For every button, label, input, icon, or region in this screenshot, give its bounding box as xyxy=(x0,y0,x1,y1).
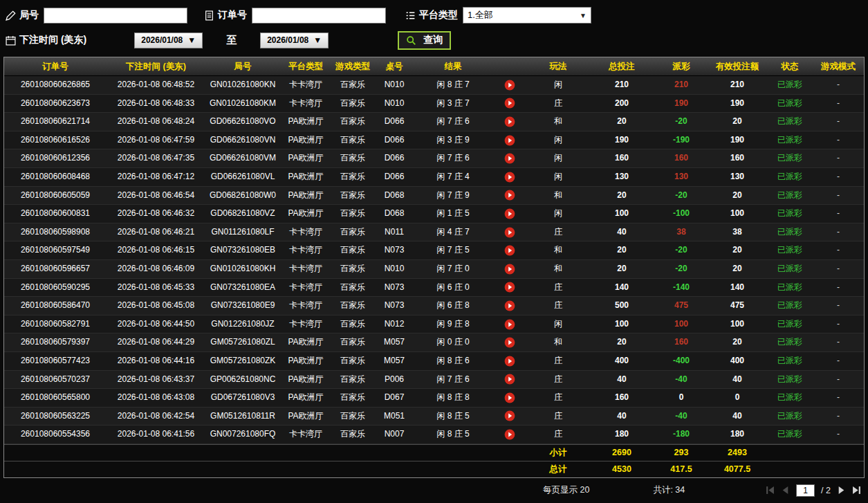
bet-time: 2026-01-08 06:44:16 xyxy=(107,352,205,371)
status-badge: 已派彩 xyxy=(767,205,813,223)
table-row: 260108060590295 2026-01-08 06:45:33 GN07… xyxy=(4,279,864,298)
table-row: 260108060612356 2026-01-08 06:47:35 GD06… xyxy=(4,149,864,168)
replay-button[interactable] xyxy=(504,319,515,330)
replay-cell xyxy=(492,333,528,352)
bet-time: 2026-01-08 06:48:52 xyxy=(107,76,205,95)
last-page-button[interactable] xyxy=(852,486,861,495)
replay-cell xyxy=(492,241,528,260)
next-page-button[interactable] xyxy=(837,486,846,495)
payout: -20 xyxy=(655,241,708,260)
game-mode: - xyxy=(813,131,864,150)
bet-time: 2026-01-08 06:45:33 xyxy=(107,279,205,298)
replay-button[interactable] xyxy=(504,172,515,183)
replay-cell xyxy=(492,315,528,334)
replay-button[interactable] xyxy=(504,208,515,219)
table-row: 260108060597549 2026-01-08 06:46:15 GN07… xyxy=(4,241,864,260)
col-header-total-bet: 总投注 xyxy=(589,57,655,75)
game-type: 百家乐 xyxy=(331,426,374,444)
table-number: D067 xyxy=(374,389,414,408)
result-score: 闲 8 庄 8 xyxy=(414,389,492,408)
bet-time: 2026-01-08 06:42:54 xyxy=(107,408,205,426)
chevron-down-icon: ▼ xyxy=(313,35,322,45)
page-input[interactable] xyxy=(796,484,815,497)
play-icon xyxy=(504,98,515,109)
to-label: 至 xyxy=(226,34,237,47)
result-score: 闲 1 庄 5 xyxy=(414,205,492,223)
replay-button[interactable] xyxy=(504,429,515,440)
replay-button[interactable] xyxy=(504,410,515,421)
bet-play: 庄 xyxy=(528,389,589,408)
replay-button[interactable] xyxy=(504,282,515,293)
replay-button[interactable] xyxy=(504,245,515,256)
replay-button[interactable] xyxy=(504,337,515,348)
order-input[interactable] xyxy=(252,8,386,24)
replay-cell xyxy=(492,297,528,315)
prev-page-button[interactable] xyxy=(781,486,790,495)
payout: 0 xyxy=(655,389,708,408)
bet-play: 和 xyxy=(528,241,589,260)
replay-button[interactable] xyxy=(504,98,515,109)
total-bet: 20 xyxy=(589,241,655,260)
game-mode: - xyxy=(813,371,864,390)
result-score: 闲 7 庄 9 xyxy=(414,187,492,205)
replay-cell xyxy=(492,279,528,298)
replay-button[interactable] xyxy=(504,300,515,311)
order-number: 260108060565800 xyxy=(4,389,107,408)
game-type: 百家乐 xyxy=(331,260,374,279)
replay-button[interactable] xyxy=(504,392,515,403)
table-row: 260108060600831 2026-01-08 06:46:32 GD06… xyxy=(4,205,864,223)
bet-time: 2026-01-08 06:45:08 xyxy=(107,297,205,315)
replay-button[interactable] xyxy=(504,264,515,275)
table-row: 260108060563225 2026-01-08 06:42:54 GM05… xyxy=(4,408,864,426)
order-number: 260108060605059 xyxy=(4,187,107,205)
round-id: GD068261080W0 xyxy=(205,187,280,205)
play-icon xyxy=(504,80,515,91)
table-body: 260108060626865 2026-01-08 06:48:52 GN01… xyxy=(4,76,864,444)
valid-bet: 100 xyxy=(708,205,767,223)
order-number: 260108060597549 xyxy=(4,241,107,260)
replay-button[interactable] xyxy=(504,190,515,201)
replay-button[interactable] xyxy=(504,356,515,367)
platform-select[interactable]: 1.全部 ▼ xyxy=(463,7,591,24)
date-to-select[interactable]: 2026/01/08 ▼ xyxy=(260,33,329,48)
query-button[interactable]: 查询 xyxy=(398,31,451,50)
calendar-icon xyxy=(6,35,16,46)
status-badge: 已派彩 xyxy=(767,408,813,426)
replay-button[interactable] xyxy=(504,227,515,238)
platform-label: 平台类型 xyxy=(419,9,458,21)
status-badge: 已派彩 xyxy=(767,95,813,113)
order-number: 260108060582791 xyxy=(4,315,107,334)
table-row: 260108060596657 2026-01-08 06:46:09 GN01… xyxy=(4,260,864,279)
total-bet: 130 xyxy=(589,168,655,187)
grand-total-row: 总计 4530 417.5 4077.5 xyxy=(4,461,864,477)
bet-play: 庄 xyxy=(528,371,589,390)
replay-cell xyxy=(492,260,528,279)
replay-button[interactable] xyxy=(504,153,515,164)
date-from-select[interactable]: 2026/01/08 ▼ xyxy=(134,33,203,48)
table-number: D066 xyxy=(374,149,414,168)
total-bet: 20 xyxy=(589,260,655,279)
status-badge: 已派彩 xyxy=(767,241,813,260)
result-score: 闲 9 庄 8 xyxy=(414,315,492,334)
bet-time: 2026-01-08 06:44:50 xyxy=(107,315,205,334)
replay-button[interactable] xyxy=(504,135,515,146)
game-type: 百家乐 xyxy=(331,352,374,371)
bet-play: 庄 xyxy=(528,408,589,426)
first-page-button[interactable] xyxy=(766,486,775,495)
replay-button[interactable] xyxy=(504,374,515,385)
platform-filter-group: 平台类型 1.全部 ▼ xyxy=(405,7,591,24)
replay-button[interactable] xyxy=(504,116,515,127)
bet-time-label: 下注时间 (美东) xyxy=(19,34,86,46)
table-number: D066 xyxy=(374,168,414,187)
valid-bet: 210 xyxy=(708,76,767,95)
game-type: 百家乐 xyxy=(331,113,374,131)
order-number: 260108060554356 xyxy=(4,426,107,444)
round-input[interactable] xyxy=(44,8,187,24)
game-mode: - xyxy=(813,187,864,205)
round-id: GN073261080EA xyxy=(205,279,280,298)
replay-button[interactable] xyxy=(504,80,515,91)
search-icon xyxy=(406,35,416,46)
total-bet: 20 xyxy=(589,333,655,352)
grand-total-payout: 417.5 xyxy=(655,461,708,477)
bet-time: 2026-01-08 06:43:08 xyxy=(107,389,205,408)
